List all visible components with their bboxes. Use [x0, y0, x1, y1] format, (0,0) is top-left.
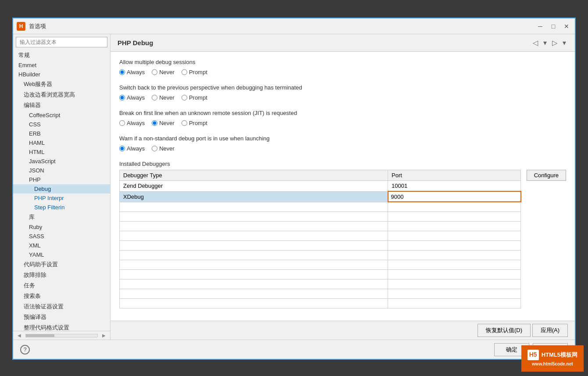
option-label-1: Allow multiple debug sessions — [119, 59, 566, 65]
table-row-empty — [120, 298, 521, 308]
sidebar-item-json[interactable]: JSON — [13, 166, 110, 175]
watermark-top: H5 HTML5模板网 — [527, 350, 577, 360]
sidebar-item-search[interactable]: 搜索条 — [13, 291, 110, 301]
sidebar-item-sass[interactable]: SASS — [13, 232, 110, 241]
sidebar-item-phpinterpr[interactable]: PHP Interpr — [13, 193, 110, 203]
sidebar-item-erb[interactable]: ERB — [13, 129, 110, 138]
table-row-empty — [120, 211, 521, 221]
table-row[interactable]: Zend Debugger 10001 — [120, 181, 521, 192]
sidebar-item-css[interactable]: CSS — [13, 120, 110, 129]
debuggers-area: Debugger Type Port Zend Debugger 10001 — [119, 170, 566, 308]
sidebar-item-stepfilterin[interactable]: Step Filterin — [13, 203, 110, 212]
watermark-badge: H5 HTML5模板网 www.html5code.net — [521, 345, 584, 372]
table-row-empty — [120, 269, 521, 279]
radio-group-1: Always Never Prompt — [119, 69, 566, 75]
footer-left: ? — [20, 345, 30, 355]
sidebar-scrollbar-thumb — [26, 334, 54, 337]
sidebar-item-javascript[interactable]: JavaScript — [13, 157, 110, 166]
sidebar-item-常规[interactable]: 常规 — [13, 50, 110, 61]
sidebar-item-ruby[interactable]: Ruby — [13, 222, 110, 232]
sidebar-item-lib[interactable]: 库 — [13, 212, 110, 222]
minimize-button[interactable]: ─ — [535, 21, 545, 31]
scroll-left-arrow[interactable]: ◀ — [15, 332, 24, 339]
right-panel: PHP Debug ◁ ▾ ▷ ▾ Allow multiple debug s… — [110, 34, 575, 340]
filter-input[interactable] — [16, 37, 107, 47]
debuggers-table-wrap: Debugger Type Port Zend Debugger 10001 — [119, 170, 521, 308]
radio-always-3[interactable]: Always — [119, 120, 145, 126]
sidebar-tree: 常规 Emmet HBuilder Web服务器 边改边看浏览器宽高 编辑器 C… — [13, 50, 110, 331]
sidebar-item-xml[interactable]: XML — [13, 241, 110, 250]
watermark-line1: HTML5模板网 — [542, 351, 577, 359]
col-port: Port — [388, 170, 521, 181]
panel-header: PHP Debug ◁ ▾ ▷ ▾ — [110, 34, 575, 52]
sidebar-item-resize[interactable]: 边改边看浏览器宽高 — [13, 90, 110, 100]
debugger-port-xdebug[interactable]: 9000 — [388, 191, 521, 202]
nav-forward-button[interactable]: ▷ — [550, 38, 559, 48]
radio-prompt-2[interactable]: Prompt — [182, 94, 207, 101]
option-group-4: Warn if a non-standard debug port is in … — [119, 135, 566, 152]
sidebar-item-coffeescript[interactable]: CoffeeScript — [13, 111, 110, 120]
radio-always-1[interactable]: Always — [119, 69, 145, 75]
sidebar-item-format[interactable]: 整理代码格式设置 — [13, 322, 110, 331]
maximize-button[interactable]: □ — [549, 21, 558, 31]
sidebar-item-tasks[interactable]: 任务 — [13, 280, 110, 291]
table-row-empty — [120, 260, 521, 269]
table-row[interactable]: XDebug 9000 — [120, 191, 521, 202]
debuggers-table: Debugger Type Port Zend Debugger 10001 — [119, 170, 521, 308]
sidebar-item-web[interactable]: Web服务器 — [13, 79, 110, 90]
main-window: H 首选项 ─ □ ✕ 常规 Emmet HBuilder Web服务器 边改边… — [12, 18, 576, 360]
close-button[interactable]: ✕ — [562, 21, 571, 31]
col-type: Debugger Type — [120, 170, 388, 181]
footer-bar: ? 确定 取消 — [13, 340, 575, 359]
sidebar-scrollbar-track[interactable] — [25, 334, 98, 337]
sidebar-item-editor[interactable]: 编辑器 — [13, 100, 110, 111]
debugger-port-zend: 10001 — [388, 181, 521, 192]
sidebar-item-haml[interactable]: HAML — [13, 138, 110, 147]
panel-nav: ◁ ▾ ▷ ▾ — [531, 38, 568, 48]
main-content: 常规 Emmet HBuilder Web服务器 边改边看浏览器宽高 编辑器 C… — [13, 34, 575, 340]
radio-always-4[interactable]: Always — [119, 145, 145, 152]
sidebar-item-syntax[interactable]: 语法验证器设置 — [13, 301, 110, 312]
sidebar-item-html[interactable]: HTML — [13, 147, 110, 157]
table-row-empty — [120, 221, 521, 231]
nav-back-button[interactable]: ◁ — [531, 38, 540, 48]
panel-body: Allow multiple debug sessions Always Nev… — [110, 52, 575, 321]
option-label-2: Switch back to the previous perspective … — [119, 84, 566, 91]
option-label-4: Warn if a non-standard debug port is in … — [119, 135, 566, 142]
watermark-h5: H5 — [527, 350, 539, 360]
radio-never-2[interactable]: Never — [152, 94, 175, 101]
table-row-empty — [120, 240, 521, 250]
nav-dropdown2[interactable]: ▾ — [561, 38, 568, 48]
sidebar-item-php[interactable]: PHP — [13, 175, 110, 184]
scroll-right-arrow[interactable]: ▶ — [100, 332, 108, 339]
titlebar-controls: ─ □ ✕ — [535, 21, 571, 31]
radio-prompt-1[interactable]: Prompt — [182, 69, 207, 75]
window-title: 首选项 — [29, 22, 535, 30]
sidebar-item-troubleshoot[interactable]: 故障排除 — [13, 270, 110, 280]
radio-never-1[interactable]: Never — [152, 69, 175, 75]
sidebar-item-codeassist[interactable]: 代码助手设置 — [13, 259, 110, 270]
sidebar-item-debug[interactable]: Debug — [13, 184, 110, 193]
nav-dropdown1[interactable]: ▾ — [542, 38, 549, 48]
option-group-1: Allow multiple debug sessions Always Nev… — [119, 59, 566, 75]
sidebar-item-precompiler[interactable]: 预编译器 — [13, 312, 110, 322]
radio-always-2[interactable]: Always — [119, 94, 145, 101]
help-button[interactable]: ? — [20, 345, 30, 355]
debuggers-section: Installed Debuggers Debugger Type Port — [119, 161, 566, 308]
titlebar: H 首选项 ─ □ ✕ — [13, 18, 575, 34]
app-icon: H — [17, 22, 25, 31]
restore-apply-bar: 恢复默认值(D) 应用(A) — [110, 321, 575, 340]
sidebar: 常规 Emmet HBuilder Web服务器 边改边看浏览器宽高 编辑器 C… — [13, 34, 110, 340]
configure-button[interactable]: Configure — [527, 170, 566, 181]
radio-never-4[interactable]: Never — [152, 145, 175, 152]
radio-prompt-3[interactable]: Prompt — [182, 120, 207, 126]
sidebar-item-hbuilder[interactable]: HBuilder — [13, 70, 110, 79]
sidebar-item-emmet[interactable]: Emmet — [13, 61, 110, 70]
sidebar-item-yaml[interactable]: YAML — [13, 250, 110, 259]
radio-group-3: Always Never Prompt — [119, 120, 566, 126]
radio-group-2: Always Never Prompt — [119, 94, 566, 101]
table-row-empty — [120, 250, 521, 260]
apply-button[interactable]: 应用(A) — [532, 324, 568, 337]
restore-default-button[interactable]: 恢复默认值(D) — [478, 324, 531, 337]
radio-never-3[interactable]: Never — [152, 120, 175, 126]
